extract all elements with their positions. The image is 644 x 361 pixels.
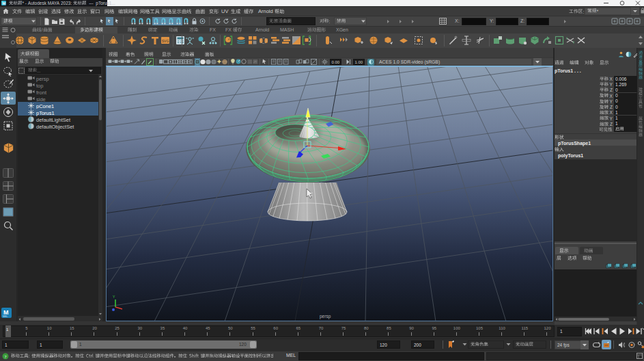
svg-text:?: ? — [5, 353, 7, 358]
svg-text:persp: persp — [320, 314, 331, 319]
svg-text:SVG: SVG — [162, 39, 169, 43]
